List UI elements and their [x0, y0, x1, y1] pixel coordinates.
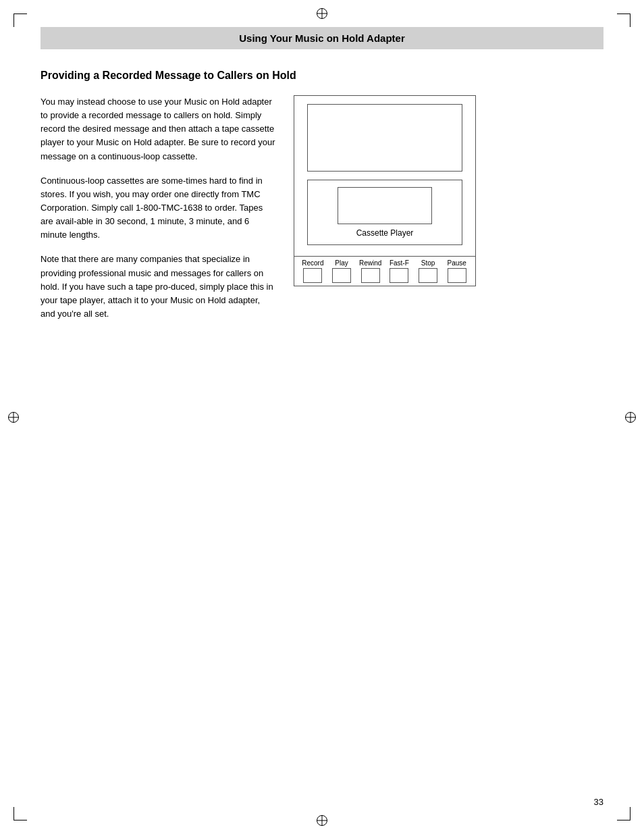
page-header: Using Your Music on Hold Adapter [41, 27, 603, 49]
cassette-inner-box [338, 187, 432, 224]
page-header-title: Using Your Music on Hold Adapter [239, 32, 405, 44]
reg-mark-top [317, 8, 327, 19]
paragraph-1: You may instead choose to use your Music… [41, 95, 277, 163]
button-group-pause: Pause [442, 259, 471, 283]
page-number: 33 [594, 797, 603, 807]
cassette-label: Cassette Player [356, 228, 414, 238]
button-group-rewind: Rewind [356, 259, 385, 283]
button-label-rewind: Rewind [359, 259, 381, 267]
cassette-button-fastf[interactable] [390, 268, 408, 283]
main-content: Providing a Recorded Message to Callers … [41, 70, 603, 332]
button-group-play: Play [327, 259, 356, 283]
reg-mark-left [8, 412, 19, 423]
cassette-button-stop[interactable] [419, 268, 437, 283]
diagram-column: Cassette Player Record Play Rewind [290, 95, 479, 332]
cassette-button-pause[interactable] [448, 268, 466, 283]
corner-mark-tl [14, 14, 27, 27]
button-label-stop: Stop [421, 259, 435, 267]
corner-mark-bl [14, 807, 27, 820]
corner-mark-br [617, 807, 630, 820]
cassette-top-box [307, 104, 462, 172]
cassette-button-play[interactable] [332, 268, 351, 283]
cassette-button-rewind[interactable] [361, 268, 380, 283]
button-label-play: Play [335, 259, 348, 267]
reg-mark-bottom [317, 815, 327, 826]
button-group-record: Record [298, 259, 327, 283]
button-label-record: Record [302, 259, 323, 267]
reg-mark-right [625, 412, 636, 423]
text-column: You may instead choose to use your Music… [41, 95, 277, 332]
paragraph-2: Continuous-loop cassettes are some-times… [41, 174, 277, 242]
content-columns: You may instead choose to use your Music… [41, 95, 603, 332]
corner-mark-tr [617, 14, 630, 27]
button-label-fastf: Fast-F [390, 259, 409, 267]
button-group-stop: Stop [414, 259, 443, 283]
cassette-diagram: Cassette Player [294, 95, 476, 257]
paragraph-3: Note that there are many companies that … [41, 253, 277, 321]
cassette-buttons-row: Record Play Rewind Fast-F Stop [294, 257, 476, 286]
button-label-pause: Pause [448, 259, 466, 267]
section-title: Providing a Recorded Message to Callers … [41, 70, 603, 82]
cassette-middle-box: Cassette Player [307, 180, 462, 245]
cassette-button-record[interactable] [303, 268, 322, 283]
button-group-fastf: Fast-F [385, 259, 414, 283]
